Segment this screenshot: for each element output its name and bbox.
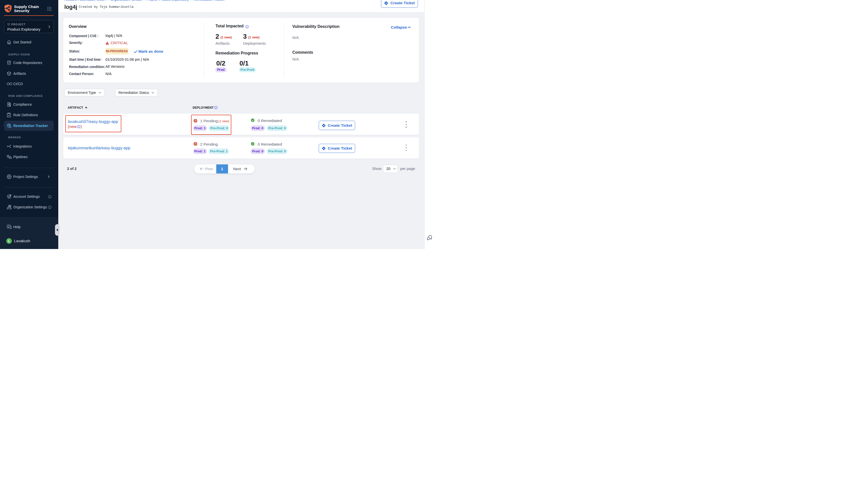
- svg-text:?: ?: [8, 225, 9, 228]
